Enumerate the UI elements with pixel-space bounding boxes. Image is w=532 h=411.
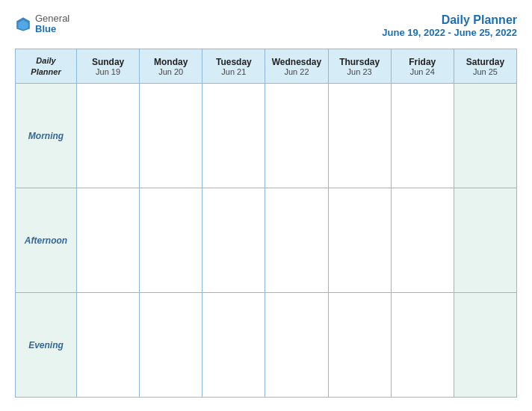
row-morning: Morning [16, 84, 517, 188]
col-monday: Monday Jun 20 [140, 49, 202, 84]
afternoon-monday[interactable] [140, 188, 202, 293]
afternoon-sunday[interactable] [77, 188, 140, 293]
evening-monday[interactable] [140, 293, 202, 398]
morning-sunday[interactable] [77, 84, 140, 188]
afternoon-saturday[interactable] [454, 188, 516, 293]
evening-label: Evening [16, 293, 77, 398]
morning-thursday[interactable] [328, 84, 391, 188]
col-saturday: Saturday Jun 25 [454, 49, 516, 84]
daily-planner-label: DailyPlanner [16, 49, 77, 84]
col-wednesday: Wednesday Jun 22 [265, 49, 328, 84]
morning-wednesday[interactable] [265, 84, 328, 188]
col-thursday: Thursday Jun 23 [328, 49, 391, 84]
planner-date-range: June 19, 2022 - June 25, 2022 [382, 27, 517, 38]
col-sunday: Sunday Jun 19 [77, 49, 140, 84]
afternoon-tuesday[interactable] [202, 188, 265, 293]
evening-tuesday[interactable] [202, 293, 265, 398]
morning-saturday[interactable] [454, 84, 516, 188]
evening-wednesday[interactable] [265, 293, 328, 398]
morning-tuesday[interactable] [202, 84, 265, 188]
morning-label: Morning [16, 84, 77, 188]
evening-saturday[interactable] [454, 293, 516, 398]
logo-text: General Blue [35, 13, 69, 35]
row-evening: Evening [16, 293, 517, 398]
afternoon-friday[interactable] [391, 188, 454, 293]
logo-blue: Blue [35, 24, 69, 34]
header: General Blue Daily Planner June 19, 2022… [15, 13, 517, 38]
afternoon-wednesday[interactable] [265, 188, 328, 293]
col-tuesday: Tuesday Jun 21 [202, 49, 265, 84]
planner-title: Daily Planner [382, 13, 517, 27]
evening-friday[interactable] [391, 293, 454, 398]
morning-friday[interactable] [391, 84, 454, 188]
morning-monday[interactable] [140, 84, 202, 188]
title-area: Daily Planner June 19, 2022 - June 25, 2… [382, 13, 517, 38]
column-header-row: DailyPlanner Sunday Jun 19 Monday Jun 20… [16, 49, 517, 84]
general-blue-icon [15, 16, 31, 32]
evening-thursday[interactable] [328, 293, 391, 398]
evening-sunday[interactable] [77, 293, 140, 398]
calendar-table: DailyPlanner Sunday Jun 19 Monday Jun 20… [15, 49, 517, 398]
page: General Blue Daily Planner June 19, 2022… [0, 0, 532, 411]
afternoon-thursday[interactable] [328, 188, 391, 293]
row-afternoon: Afternoon [16, 188, 517, 293]
afternoon-label: Afternoon [16, 188, 77, 293]
logo-area: General Blue [15, 13, 69, 35]
col-friday: Friday Jun 24 [391, 49, 454, 84]
logo-general: General [35, 13, 69, 24]
